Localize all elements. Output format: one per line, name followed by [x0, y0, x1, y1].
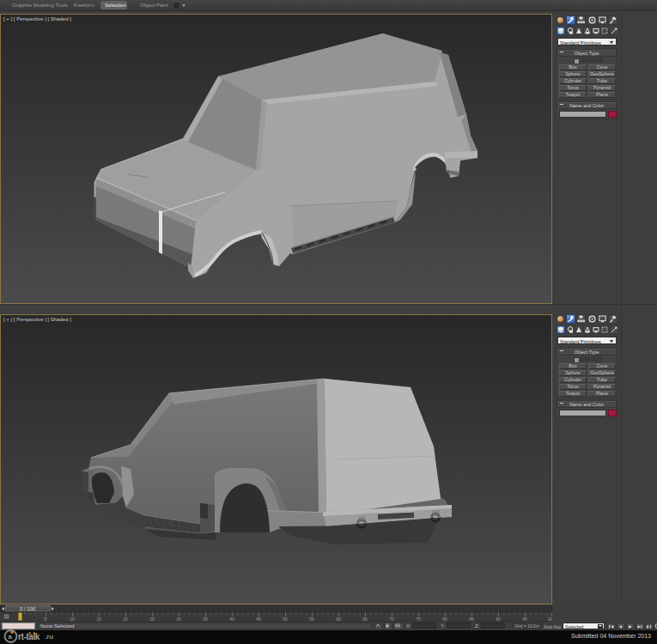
svg-text:35: 35: [203, 617, 208, 622]
svg-text:70: 70: [389, 617, 394, 622]
svg-text:15: 15: [96, 617, 101, 622]
svg-text:65: 65: [362, 617, 368, 622]
svg-text:55: 55: [309, 617, 314, 622]
svg-text:30: 30: [176, 617, 181, 622]
svg-text:a: a: [9, 633, 13, 641]
svg-text:60: 60: [336, 617, 341, 622]
svg-text:20: 20: [123, 617, 128, 622]
svg-text:.ru: .ru: [45, 633, 53, 641]
svg-text:10: 10: [70, 617, 75, 622]
svg-text:85: 85: [469, 617, 474, 622]
svg-text:80: 80: [442, 617, 447, 622]
svg-text:50: 50: [283, 617, 288, 622]
svg-text:5: 5: [45, 617, 47, 622]
svg-text:100: 100: [548, 617, 552, 622]
svg-text:90: 90: [496, 617, 501, 622]
svg-text:25: 25: [149, 617, 155, 622]
svg-text:95: 95: [522, 617, 527, 622]
svg-text:45: 45: [256, 617, 261, 622]
svg-text:75: 75: [416, 617, 421, 622]
svg-text:40: 40: [229, 617, 234, 622]
